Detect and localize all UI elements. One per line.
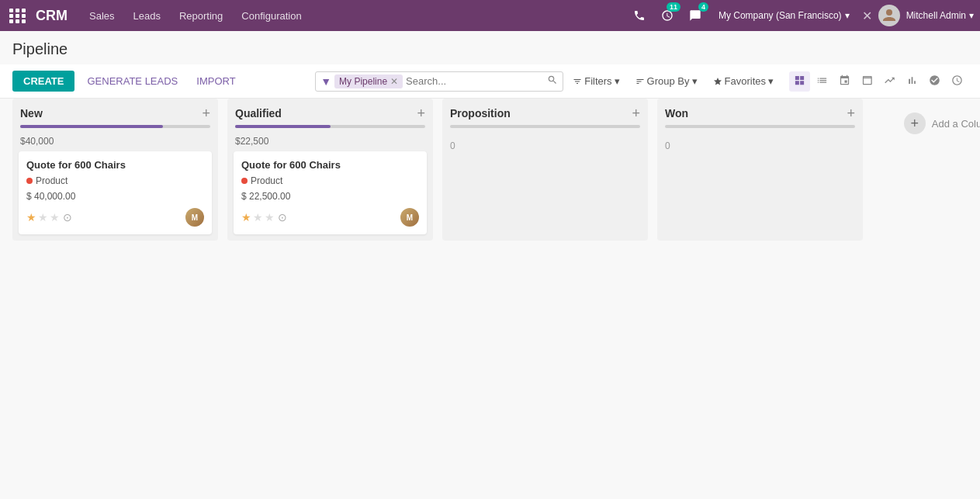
column-count-won: 0 [657,134,863,158]
apps-icon[interactable] [6,4,29,27]
add-column-icon: + [904,113,926,134]
column-title-new: New [20,107,197,120]
avatar [878,5,900,26]
column-count-proposition: 0 [442,134,648,158]
star-2[interactable]: ★ [253,211,263,224]
kanban-column-won: Won + 0 [657,99,863,241]
clock-view-btn[interactable] [947,71,968,92]
column-title-won: Won [665,107,842,120]
column-add-proposition[interactable]: + [632,106,640,120]
progress-bar-proposition [450,125,640,128]
add-column-btn[interactable]: + Add a Column [898,106,980,140]
add-column-area: + Add a Column [872,99,980,241]
nav-reporting[interactable]: Reporting [170,0,232,31]
progress-bar-won [665,125,855,128]
column-header-new: New + [12,99,218,125]
favorites-button[interactable]: Favorites ▾ [707,72,780,90]
kanban-board: New + $40,000 Quote for 600 Chairs Produ… [0,99,980,253]
toolbar-right: ▼ My Pipeline ✕ Filters ▾ Group By ▾ [315,71,968,92]
close-company-btn[interactable]: ✕ [862,9,872,23]
activity-view-btn[interactable] [924,71,945,92]
kanban-card[interactable]: Quote for 600 Chairs Product $ 22,500.00… [234,151,427,234]
progress-bar-qualified [235,125,425,128]
card-actions: ★ ★ ★ ⊙ [26,211,72,224]
calendar-view-btn[interactable] [834,71,855,92]
nav-sales[interactable]: Sales [80,0,124,31]
column-add-new[interactable]: + [202,106,210,120]
chat-icon[interactable]: 4 [684,5,706,26]
tag-dot [241,178,248,184]
main-content: Pipeline CREATE GENERATE LEADS IMPORT ▼ … [0,31,980,253]
star-3[interactable]: ★ [50,211,60,224]
nav-right: 11 4 My Company (San Francisco) ▾ ✕ Mitc… [629,5,974,26]
nav-leads[interactable]: Leads [124,0,170,31]
nav-configuration[interactable]: Configuration [232,0,310,31]
pivot-view-btn[interactable] [879,71,900,92]
kanban-card[interactable]: Quote for 600 Chairs Product $ 40,000.00… [19,151,212,234]
progress-bar-new [20,125,210,128]
search-bar: ▼ My Pipeline ✕ [315,71,563,92]
tag-dot [26,178,33,184]
company-selector[interactable]: My Company (San Francisco) ▾ [712,10,856,21]
import-button[interactable]: IMPORT [190,71,241,92]
card-footer: ★ ★ ★ ⊙ M [26,208,204,227]
create-button[interactable]: CREATE [12,71,74,92]
list-view-btn[interactable] [812,71,833,92]
clock-badge: 11 [667,2,680,12]
card-tag: Product [26,175,204,186]
tag-label: Product [251,175,282,186]
table-view-btn[interactable] [857,71,878,92]
card-title: Quote for 600 Chairs [241,159,419,171]
graph-view-btn[interactable] [902,71,923,92]
remove-tag-btn[interactable]: ✕ [390,76,398,87]
view-switcher [789,71,968,92]
add-column-label: Add a Column [932,118,980,130]
filter-icon: ▼ [320,75,331,88]
column-amount-qualified: $22,500 [227,134,433,151]
card-actions: ★ ★ ★ ⊙ [241,211,287,224]
column-header-proposition: Proposition + [442,99,648,125]
toolbar-actions: CREATE GENERATE LEADS IMPORT [12,71,242,92]
column-header-won: Won + [657,99,863,125]
chat-badge: 4 [698,2,708,12]
kanban-view-btn[interactable] [789,71,810,92]
column-amount-new: $40,000 [12,134,218,151]
page-title: Pipeline [0,31,980,64]
column-add-qualified[interactable]: + [417,106,425,120]
card-amount: $ 22,500.00 [241,191,419,202]
top-navigation: CRM Sales Leads Reporting Configuration … [0,0,980,31]
filters-button[interactable]: Filters ▾ [566,72,625,90]
app-title: CRM [36,8,68,24]
column-title-proposition: Proposition [450,107,627,120]
card-footer: ★ ★ ★ ⊙ M [241,208,419,227]
toolbar: CREATE GENERATE LEADS IMPORT ▼ My Pipeli… [0,64,980,99]
kanban-column-proposition: Proposition + 0 [442,99,648,241]
search-tag[interactable]: My Pipeline ✕ [334,75,403,88]
star-3[interactable]: ★ [265,211,275,224]
column-title-qualified: Qualified [235,107,412,120]
star-1[interactable]: ★ [241,211,251,224]
progress-fill-new [20,125,163,128]
star-rating[interactable]: ★ ★ ★ [241,211,275,224]
star-2[interactable]: ★ [38,211,48,224]
generate-leads-button[interactable]: GENERATE LEADS [81,71,184,92]
kanban-column-qualified: Qualified + $22,500 Quote for 600 Chairs… [227,99,433,241]
tag-label: Product [36,175,68,186]
activity-icon[interactable]: ⊙ [278,211,287,224]
phone-icon[interactable] [629,5,650,26]
search-icon[interactable] [547,75,558,88]
user-menu[interactable]: Mitchell Admin ▾ [906,10,974,21]
card-title: Quote for 600 Chairs [26,159,204,171]
star-1[interactable]: ★ [26,211,36,224]
card-avatar: M [185,208,204,227]
search-input[interactable] [406,75,544,87]
progress-fill-qualified [235,125,331,128]
card-amount: $ 40,000.00 [26,191,204,202]
star-rating[interactable]: ★ ★ ★ [26,211,60,224]
group-by-button[interactable]: Group By ▾ [629,72,704,90]
activity-icon[interactable]: ⊙ [63,211,72,224]
column-add-won[interactable]: + [847,106,855,120]
card-avatar: M [400,208,419,227]
svg-point-0 [886,9,892,16]
clock-icon[interactable]: 11 [656,5,678,26]
